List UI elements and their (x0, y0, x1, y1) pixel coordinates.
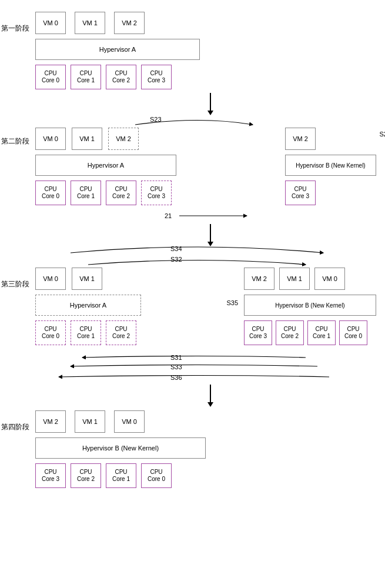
stage3-core0: CPUCore 0 (35, 320, 66, 345)
diagram: 第一阶段 VM 0 VM 1 VM 2 Hypervisor A CPUCore… (0, 0, 385, 494)
stage1-core1: CPUCore 1 (71, 65, 101, 89)
stage1-core2: CPUCore 2 (106, 65, 136, 89)
s34-s32-svg: S34 S32 (35, 244, 364, 268)
stage4-core0: CPUCore 0 (141, 463, 172, 488)
stage4-hypervisor: Hypervisor B (New Kernel) (35, 437, 206, 459)
stage3-section: 第三阶段 S34 S32 VM 0 (0, 244, 385, 384)
svg-text:21: 21 (165, 212, 172, 219)
stage3-vm0: VM 0 (35, 268, 66, 290)
stage4-core2: CPUCore 2 (71, 463, 101, 488)
svg-text:S32: S32 (170, 256, 182, 263)
s35-label: S35 (226, 299, 238, 306)
stage2-core0: CPUCore 0 (35, 181, 66, 205)
stage2-vm0: VM 0 (35, 128, 66, 150)
stage1-vm2: VM 2 (114, 12, 145, 34)
stage3-core0-r: CPUCore 0 (339, 320, 367, 345)
stage1-cores: CPUCore 0 CPUCore 1 CPUCore 2 CPUCore 3 (35, 65, 373, 89)
stage1-vm0: VM 0 (35, 12, 66, 34)
stage3-hypB: Hypervisor B (New Kernel) (244, 295, 376, 316)
stage1-core0: CPUCore 0 (35, 65, 66, 89)
stage3-vm0-r: VM 0 (314, 268, 345, 290)
arrow1 (35, 95, 385, 113)
stage2-left: VM 0 VM 1 VM 2 Hypervisor A CPUCore 0 CP… (35, 128, 273, 209)
stage1-vm1: VM 1 (75, 12, 105, 34)
stage3-vm1-r: VM 1 (279, 268, 310, 290)
svg-text:S31: S31 (170, 354, 182, 361)
arrow2 (35, 226, 385, 244)
stage4-core1: CPUCore 1 (106, 463, 136, 488)
stage2-label: 第二阶段 (1, 136, 29, 146)
stage3-core3-r: CPUCore 3 (244, 320, 272, 345)
stage2-vm2-left: VM 2 (108, 128, 139, 150)
stage1-hypervisor: Hypervisor A (35, 39, 200, 60)
stage1-core3: CPUCore 3 (141, 65, 172, 89)
stage3-hypA: Hypervisor A (35, 295, 141, 316)
stage4-cores: CPUCore 3 CPUCore 2 CPUCore 1 CPUCore 0 (35, 463, 373, 488)
stage1-section: 第一阶段 VM 0 VM 1 VM 2 Hypervisor A CPUCore… (0, 6, 385, 89)
stage2-vm2-right: VM 2 (285, 128, 316, 150)
stage2-core3-left: CPUCore 3 (141, 181, 172, 205)
stage1-label: 第一阶段 (1, 24, 29, 34)
stage3-label: 第三阶段 (1, 279, 29, 289)
stage3-core2: CPUCore 2 (106, 320, 136, 345)
svg-text:S34: S34 (170, 245, 182, 252)
stage4-vm1: VM 1 (75, 410, 105, 433)
stage4-vms: VM 2 VM 1 VM 0 (35, 410, 373, 433)
stage2-hypB: Hypervisor B (New Kernel) (285, 155, 376, 176)
svg-text:S33: S33 (170, 363, 182, 370)
s21-arrow-svg: 21 (35, 210, 376, 222)
stage4-label: 第四阶段 (1, 422, 29, 432)
stage4-vm0: VM 0 (114, 410, 145, 433)
stage3-core1-r: CPUCore 1 (307, 320, 336, 345)
svg-text:S36: S36 (170, 374, 182, 381)
arrow3 (35, 387, 385, 405)
stage2-vm1: VM 1 (72, 128, 102, 150)
stage3-left: VM 0 VM 1 Hypervisor A S35 CPUCore 0 CPU… (35, 268, 232, 349)
stage2-right: S22 VM 2 Hypervisor B (New Kernel) CPUCo… (285, 128, 379, 205)
stage2-hypA: Hypervisor A (35, 155, 176, 176)
stage2-core1: CPUCore 1 (71, 181, 101, 205)
s22-label: S22 (379, 131, 385, 138)
stage3-vm1: VM 1 (72, 268, 102, 290)
stage3-core1: CPUCore 1 (71, 320, 101, 345)
stage2-core3-right: CPUCore 3 (285, 181, 316, 205)
stage1-vms: VM 0 VM 1 VM 2 (35, 12, 373, 34)
s23-arrow-svg: S23 (35, 113, 376, 128)
stage2-section: 第二阶段 S23 VM 0 VM 1 (0, 113, 385, 222)
s31-s33-s36-svg: S31 S33 S36 (35, 352, 364, 384)
stage4-vm2: VM 2 (35, 410, 66, 433)
stage3-right: VM 2 VM 1 VM 0 Hypervisor B (New Kernel)… (244, 268, 379, 349)
stage4-core3: CPUCore 3 (35, 463, 66, 488)
stage4-section: 第四阶段 VM 2 VM 1 VM 0 Hypervisor B (New Ke… (0, 405, 385, 488)
stage3-vm2-r: VM 2 (244, 268, 274, 290)
stage2-core2: CPUCore 2 (106, 181, 136, 205)
stage3-core2-r: CPUCore 2 (276, 320, 304, 345)
